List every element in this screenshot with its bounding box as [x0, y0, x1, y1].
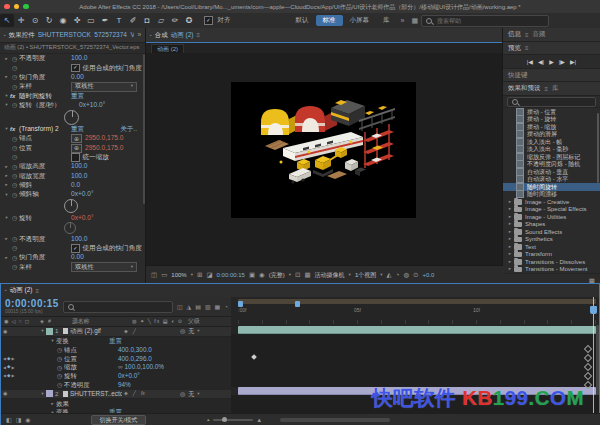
- parent-value[interactable]: 无: [188, 391, 194, 397]
- expander-icon[interactable]: ►: [3, 256, 10, 260]
- playhead-line[interactable]: [593, 297, 594, 413]
- stopwatch-icon[interactable]: ◷: [55, 347, 64, 353]
- expander-icon[interactable]: ▼: [3, 103, 10, 107]
- layer-name[interactable]: SHUTTERST..ector.eps: [70, 391, 122, 397]
- camera-view-value[interactable]: 活动摄像机: [315, 272, 345, 278]
- next-frame-button[interactable]: |▶: [559, 59, 565, 65]
- parent-column-header[interactable]: 父级: [188, 319, 200, 325]
- brush-tool-icon[interactable]: ✐: [126, 14, 140, 27]
- composition-mini-flowchart-icon[interactable]: ◫: [177, 304, 183, 310]
- frame-blending-icon[interactable]: ▥: [205, 304, 211, 310]
- expander-icon[interactable]: ►: [3, 57, 10, 61]
- stopwatch-icon[interactable]: ◷: [10, 236, 19, 242]
- timeline-jump-icon[interactable]: ◔: [395, 272, 399, 279]
- point-picker-icon[interactable]: ⊕: [71, 144, 82, 153]
- quality-switch-icon[interactable]: ◈: [124, 391, 128, 396]
- stopwatch-icon[interactable]: ◷: [10, 56, 19, 62]
- property-value[interactable]: 2950.0,175.0: [85, 145, 124, 152]
- skew-axis-dial[interactable]: [64, 199, 78, 213]
- expander-icon[interactable]: ►: [49, 402, 56, 406]
- expander-icon[interactable]: ►: [3, 183, 10, 187]
- snap-toggle[interactable]: ✓ 对齐: [204, 16, 231, 25]
- mask-visibility-icon[interactable]: ◪: [206, 272, 212, 279]
- property-value[interactable]: 400.0,296.0: [118, 356, 152, 362]
- stopwatch-icon[interactable]: ◷: [10, 145, 19, 151]
- preset-folder[interactable]: ►Transitions - Movement: [503, 266, 600, 274]
- stopwatch-icon[interactable]: ◷: [10, 182, 19, 188]
- layer-1-duration-bar[interactable]: [238, 326, 596, 334]
- next-keyframe-icon[interactable]: ▶: [12, 366, 15, 370]
- snapshot-grid-icon[interactable]: ◫: [151, 272, 157, 279]
- expander-icon[interactable]: ▼: [3, 193, 10, 197]
- graph-editor-icon[interactable]: ◔: [224, 304, 228, 310]
- stopwatch-icon[interactable]: ◷: [10, 84, 19, 90]
- quality-switch-icon[interactable]: ◈: [124, 329, 128, 334]
- preset-folder[interactable]: ►Text: [503, 243, 600, 251]
- property-value[interactable]: 2950.0,175.0: [85, 135, 124, 142]
- draft-switch-icon[interactable]: ╱: [133, 391, 136, 396]
- shape-tool-icon[interactable]: ▭: [84, 14, 98, 27]
- ruler-icon[interactable]: ▭: [161, 272, 167, 279]
- property-value[interactable]: 100.0: [71, 163, 88, 170]
- type-tool-icon[interactable]: T: [112, 14, 126, 27]
- property-value[interactable]: 0x+10.0°: [79, 102, 105, 109]
- work-area-bar[interactable]: [238, 299, 596, 304]
- layer-row-1[interactable]: ◉ ▼ 1 动画 (2).gif ◈╱ ◎ 无 ▾: [1, 327, 231, 337]
- timeline-horizontal-scrollbar[interactable]: [280, 418, 390, 422]
- rotation-tool-icon[interactable]: ↻: [42, 14, 56, 27]
- layer-color-chip[interactable]: [46, 390, 53, 397]
- zoom-in-mountain-icon[interactable]: ▲: [256, 417, 262, 423]
- last-frame-button[interactable]: ▶|: [570, 59, 576, 65]
- property-value[interactable]: 100.0,100.0%: [125, 364, 164, 370]
- stopwatch-icon[interactable]: ◷: [10, 264, 19, 270]
- previous-frame-button[interactable]: ◀|: [538, 59, 544, 65]
- timeline-search-box[interactable]: [63, 301, 173, 313]
- checkbox-unchecked[interactable]: [71, 153, 80, 162]
- sampling-dropdown[interactable]: 双线性 ▾: [71, 82, 137, 92]
- effects-list-scrollbar[interactable]: [597, 113, 600, 183]
- effect-group-transform-2[interactable]: ▼ fx (Transform) 2 重置 关于..: [0, 125, 145, 134]
- previous-keyframe-icon[interactable]: ◀: [3, 374, 6, 378]
- property-value[interactable]: 0.00: [71, 74, 84, 81]
- preset-folder[interactable]: ►Image - Utilities: [503, 213, 600, 221]
- tab-info[interactable]: 信息: [508, 31, 521, 38]
- effect-controls-scrollbar[interactable]: [143, 54, 145, 204]
- checkbox-checked[interactable]: ✓: [71, 244, 80, 253]
- stopwatch-icon[interactable]: ◷: [10, 164, 19, 170]
- tab-effects-presets[interactable]: 效果和预设: [508, 85, 541, 92]
- zoom-slider-knob[interactable]: [222, 417, 227, 422]
- property-value[interactable]: 400.0,300.0: [118, 347, 152, 353]
- expander-icon[interactable]: ►: [3, 237, 10, 241]
- preset-folder[interactable]: ►Sound Effects: [503, 228, 600, 236]
- selection-tool-icon[interactable]: ↖: [0, 14, 14, 27]
- snapshot-icon[interactable]: ▣: [249, 272, 255, 279]
- view-layout-value[interactable]: 1个视图: [355, 272, 376, 278]
- parent-pickwhip-icon[interactable]: ◎: [180, 391, 185, 397]
- workspace-overflow-chevron[interactable]: »: [401, 17, 405, 24]
- preset-folder[interactable]: ►Shapes: [503, 221, 600, 229]
- flowchart-icon[interactable]: ◍: [403, 272, 409, 279]
- checkbox-checked[interactable]: ✓: [71, 64, 80, 73]
- property-value[interactable]: 100.0: [71, 173, 88, 180]
- fx-badge-icon[interactable]: fx: [10, 93, 19, 99]
- roto-brush-tool-icon[interactable]: ✏: [168, 14, 182, 27]
- property-value[interactable]: 100.0: [71, 236, 88, 243]
- keyframe-toggle-icon[interactable]: ◆: [7, 357, 10, 362]
- property-value[interactable]: 0x+0.0°: [118, 373, 140, 379]
- workspace-tab-libraries[interactable]: 库: [376, 15, 397, 27]
- preset-folder[interactable]: ►Image - Creative: [503, 198, 600, 206]
- previous-keyframe-icon[interactable]: ◀: [3, 366, 6, 370]
- help-search-box[interactable]: [421, 15, 549, 27]
- stopwatch-icon[interactable]: ◷: [10, 154, 19, 160]
- pan-behind-tool-icon[interactable]: ✜: [70, 14, 84, 27]
- composition-breadcrumb-chip[interactable]: 动画 (2): [151, 44, 184, 54]
- expander-icon[interactable]: ►: [3, 174, 10, 178]
- composition-viewer[interactable]: [146, 53, 502, 265]
- reset-link[interactable]: 重置: [71, 93, 84, 100]
- preview-time-value[interactable]: 0:00:00:15: [217, 272, 245, 278]
- exposure-reset-icon[interactable]: ⊙: [413, 272, 418, 279]
- panel-menu-icon[interactable]: ≡: [525, 45, 529, 51]
- previous-keyframe-icon[interactable]: ◀: [3, 357, 6, 361]
- help-search-input[interactable]: [435, 17, 544, 25]
- stopwatch-icon[interactable]: ◷: [10, 65, 19, 71]
